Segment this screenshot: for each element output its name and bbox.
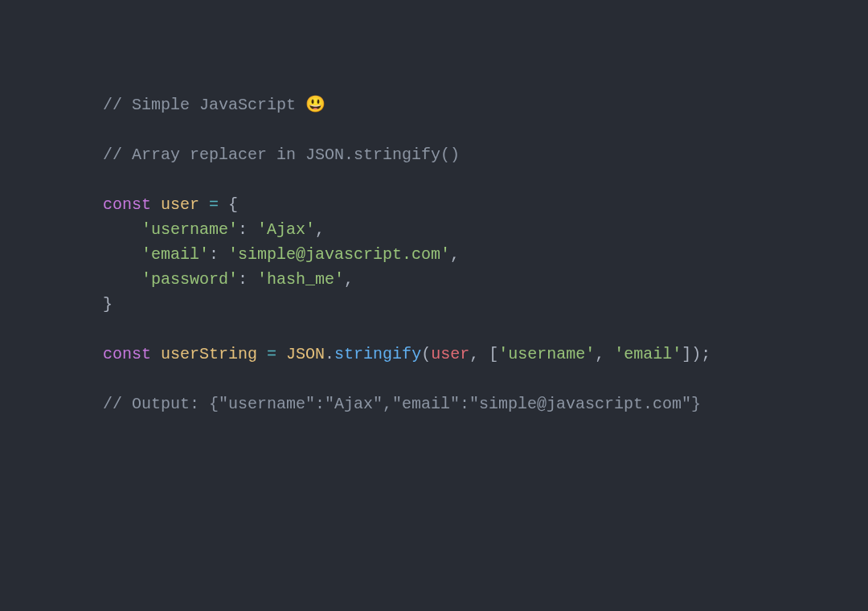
comment-text: // Simple JavaScript: [103, 96, 305, 114]
object-key: 'email': [141, 245, 209, 264]
emoji-icon: 😃: [305, 96, 326, 114]
object-key: 'password': [141, 270, 238, 289]
space: [151, 195, 161, 214]
colon: :: [238, 220, 257, 239]
code-line: const user = {: [103, 192, 836, 217]
keyword: const: [103, 195, 151, 214]
indent: [103, 245, 141, 264]
colon: :: [238, 270, 257, 289]
paren: ): [691, 345, 701, 363]
code-line-blank: [103, 167, 836, 192]
code-line: const userString = JSON.stringify(user, …: [103, 342, 836, 367]
semicolon: ;: [701, 345, 710, 363]
comma: ,: [344, 270, 354, 289]
code-line-blank: [103, 317, 836, 342]
code-line-blank: [103, 367, 836, 392]
code-line: // Array replacer in JSON.stringify(): [103, 142, 836, 167]
code-line: }: [103, 292, 836, 317]
argument: user: [431, 345, 469, 363]
object-key: 'username': [141, 220, 238, 239]
dot: .: [325, 345, 334, 363]
paren: (: [421, 345, 431, 363]
variable-name: user: [161, 195, 199, 214]
brace: {: [228, 195, 238, 214]
global-object: JSON: [286, 345, 325, 363]
space: [151, 345, 161, 363]
comment-text: // Output: {"username":"Ajax","email":"s…: [103, 395, 701, 413]
method-name: stringify: [334, 345, 421, 363]
comma: ,: [315, 220, 325, 239]
string-value: 'email': [614, 345, 682, 363]
operator: =: [257, 345, 286, 363]
code-line: // Output: {"username":"Ajax","email":"s…: [103, 392, 836, 416]
variable-name: userString: [161, 345, 257, 363]
operator: =: [199, 195, 228, 214]
colon: :: [209, 245, 228, 264]
code-line: 'username': 'Ajax',: [103, 217, 836, 242]
indent: [103, 270, 141, 289]
string-value: 'hash_me': [257, 270, 344, 289]
keyword: const: [103, 345, 151, 363]
bracket: [: [489, 345, 498, 363]
indent: [103, 220, 141, 239]
bracket: ]: [682, 345, 691, 363]
string-value: 'simple@javascript.com': [228, 245, 450, 264]
code-line: // Simple JavaScript 😃: [103, 92, 836, 117]
brace: }: [103, 295, 113, 314]
string-value: 'username': [498, 345, 595, 363]
string-value: 'Ajax': [257, 220, 315, 239]
code-line: 'email': 'simple@javascript.com',: [103, 242, 836, 267]
comma: ,: [595, 345, 614, 363]
code-line: 'password': 'hash_me',: [103, 267, 836, 292]
code-editor: // Simple JavaScript 😃 // Array replacer…: [0, 0, 868, 449]
comma: ,: [450, 245, 460, 264]
comment-text: // Array replacer in JSON.stringify(): [103, 146, 460, 164]
comma: ,: [469, 345, 489, 363]
code-line-blank: [103, 117, 836, 142]
